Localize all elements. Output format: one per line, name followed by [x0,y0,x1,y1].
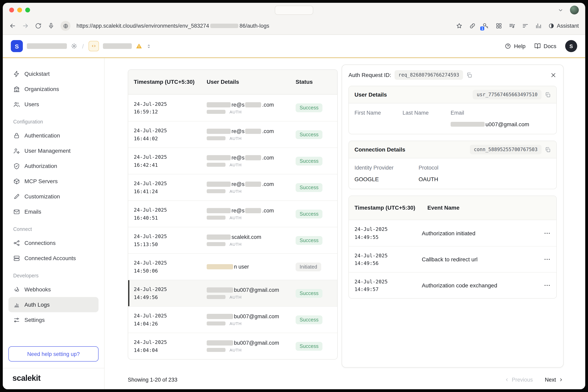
copy-link-icon[interactable] [469,22,476,29]
workspace-name-redacted[interactable] [27,43,67,49]
log-row[interactable]: 24-Jul-202514:04:26bu007@gmail.comAUTHSu… [128,306,337,333]
redacted-text [27,43,67,49]
column-timestamp: Timestamp (UTC+5:30) [128,74,201,90]
log-row[interactable]: 24-Jul-202514:04:04bu007@gmail.comAUTHSu… [128,333,337,359]
close-icon[interactable] [550,72,557,78]
sidebar-item-organizations[interactable]: Organizations [8,81,98,96]
assistant-button[interactable]: Assistant [548,23,579,29]
sidebar-item-connected-accounts[interactable]: Connected Accounts [8,250,98,266]
sidebar-item-mcp-servers[interactable]: MCP Servers [8,174,98,189]
sidebar-item-users[interactable]: Users [8,96,98,112]
user-avatar[interactable]: S [565,40,577,52]
log-row[interactable]: 24-Jul-202516:44:02re@s.comAUTHSuccess [128,121,337,148]
minimize-window-button[interactable] [17,8,22,12]
log-table-header: Timestamp (UTC+5:30) User Details Status [128,70,337,94]
redacted-text [207,264,233,269]
redacted-text [207,314,233,319]
sidebar-item-quickstart[interactable]: Quickstart [8,66,98,81]
field-label: Email [451,110,551,116]
results-count: Showing 1-20 of 233 [128,377,177,383]
status-badge: Success [295,130,323,139]
bookmark-star-icon[interactable] [456,22,463,29]
sidebar-item-authentication[interactable]: Authentication [8,128,98,143]
sidebar-item-customization[interactable]: Customization [8,189,98,204]
field-label: First Name [354,110,403,116]
environment-switcher-icon[interactable] [146,44,151,49]
zoom-window-button[interactable] [25,8,30,12]
password-manager-button[interactable]: 1 [482,22,489,29]
chevron-down-icon[interactable] [558,7,564,13]
status-badge: Success [295,236,323,245]
lock-icon [13,132,20,139]
sidebar-item-user-management[interactable]: User Management [8,143,98,158]
tab-pill[interactable] [275,6,313,15]
sidebar-item-webhooks[interactable]: Webhooks [8,282,98,297]
gear-icon[interactable] [71,43,77,49]
connection-id-value: conn_58895255700767503 [470,145,542,154]
event-actions-button[interactable] [544,230,551,237]
copy-icon[interactable] [545,146,551,152]
mic-icon[interactable] [48,22,54,29]
previous-label: Previous [512,377,533,383]
site-info-button[interactable] [60,21,70,31]
workspace-logo[interactable]: S [11,40,23,52]
sidebar-bottom: Need help setting up? scalekit [8,346,98,389]
sidebar-item-auth-logs[interactable]: Auth Logs [8,297,98,312]
need-help-button[interactable]: Need help setting up? [8,346,98,362]
user-details-title: User Details [354,92,387,98]
media-playlist-icon[interactable] [509,22,516,29]
log-row[interactable]: 24-Jul-202514:50:06n userInitiated [128,253,337,280]
column-user-details: User Details [201,74,290,90]
event-actions-button[interactable] [544,256,551,263]
environment-name-redacted[interactable] [103,43,132,49]
log-user-details: bu007@gmail.comAUTH [201,337,290,356]
log-row[interactable]: 24-Jul-202516:59:12re@s.comAUTHSuccess [128,94,337,121]
log-row[interactable]: 24-Jul-202516:42:41re@s.comAUTHSuccess [128,148,337,174]
sidebar-item-connections[interactable]: Connections [8,235,98,250]
log-user-details: re@s.comAUTH [201,152,290,170]
sidebar-item-label: Webhooks [24,286,51,292]
log-row[interactable]: 24-Jul-202514:49:56bu007@gmail.comAUTHSu… [128,280,337,306]
copy-icon[interactable] [545,92,551,98]
sidebar-item-settings[interactable]: Settings [8,312,98,328]
browser-profile-avatar[interactable] [570,6,579,14]
redacted-text [207,348,226,352]
docs-button[interactable]: Docs [534,43,556,49]
menu-filter-icon[interactable] [522,22,529,29]
sidebar-item-authorization[interactable]: Authorization [8,158,98,174]
browser-titlebar [3,3,585,17]
help-button[interactable]: Help [505,43,526,49]
close-window-button[interactable] [9,8,14,12]
auth-request-id-label: Auth Request ID: [348,72,391,78]
event-row: 24-Jul-202514:49:56Callback to redirect … [349,246,556,272]
next-page-button[interactable]: Next [545,377,564,383]
auth-logs-table: Timestamp (UTC+5:30) User Details Status… [128,69,338,360]
user-details-card-header: User Details usr_77567465663497510 [349,86,556,104]
reload-icon[interactable] [35,22,42,29]
sidebar-item-label: Emails [24,208,41,215]
log-table-body: 24-Jul-202516:59:12re@s.comAUTHSuccess24… [128,94,337,359]
event-table-header: Timestamp (UTC+5:30) Event Name [349,196,556,220]
detail-cards: User Details usr_77567465663497510 First… [342,85,563,305]
sidebar-item-label: Authentication [24,132,60,139]
address-bar[interactable]: https://app.scalekit.cloud/ws/environmen… [76,23,269,29]
log-row[interactable]: 24-Jul-202515:13:50scalekit.comAUTHSucce… [128,227,337,253]
previous-page-button[interactable]: Previous [504,377,533,383]
redacted-text [245,208,261,213]
redacted-text [245,102,261,107]
event-actions-button[interactable] [544,282,551,289]
copy-icon[interactable] [466,72,472,78]
back-icon[interactable] [9,22,16,29]
log-timestamp: 24-Jul-202514:04:04 [128,335,201,357]
forward-icon[interactable] [22,22,29,29]
log-row[interactable]: 24-Jul-202516:41:24re@s.comAUTHSuccess [128,174,337,200]
auth-request-id-value: req_82680796766274593 [394,70,463,80]
redacted-text [207,208,231,213]
activity-icon[interactable] [535,22,542,29]
extensions-icon[interactable] [496,22,502,29]
log-timestamp: 24-Jul-202516:44:02 [128,124,201,146]
event-row: 24-Jul-202514:49:55Authorization initiat… [349,220,556,246]
mail-icon [13,208,20,215]
log-row[interactable]: 24-Jul-202516:40:51re@s.comAUTHSuccess [128,200,337,227]
sidebar-item-emails[interactable]: Emails [8,204,98,219]
